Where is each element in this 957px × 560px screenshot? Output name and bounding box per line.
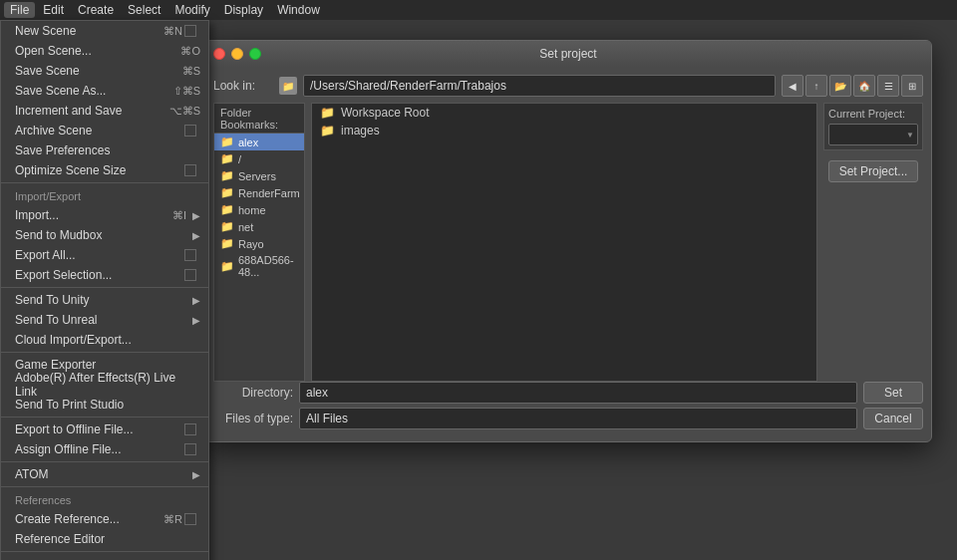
- toolbar-btn-up[interactable]: ↑: [805, 75, 827, 97]
- menu-export-selection[interactable]: Export Selection...: [1, 265, 208, 285]
- menu-item-shortcut: [184, 423, 200, 435]
- menu-item-shortcut: ⌘O: [180, 45, 200, 58]
- toolbar-btn-new-folder[interactable]: 📂: [829, 75, 851, 97]
- bookmark-label: /: [238, 153, 241, 165]
- menu-item-label: Send To Unreal: [15, 313, 98, 327]
- menubar-display[interactable]: Display: [218, 2, 269, 18]
- toolbar-btn-back[interactable]: ◀: [782, 75, 803, 97]
- section-view: View: [1, 554, 208, 560]
- menu-optimize[interactable]: Optimize Scene Size: [1, 160, 208, 180]
- toolbar-btn-home[interactable]: 🏠: [853, 75, 875, 97]
- menubar-select[interactable]: Select: [122, 2, 166, 18]
- menu-item-label: Export All...: [15, 248, 76, 262]
- folder-icon-sm: 📁: [220, 152, 234, 165]
- menu-export-all[interactable]: Export All...: [1, 245, 208, 265]
- menu-item-label: Send to Mudbox: [15, 228, 102, 242]
- menu-send-unity[interactable]: Send To Unity ▶: [1, 290, 208, 310]
- bookmark-root[interactable]: 📁 /: [214, 150, 304, 167]
- file-label: Workspace Root: [341, 106, 429, 120]
- directory-label: Directory:: [213, 386, 293, 400]
- directory-input[interactable]: [299, 382, 857, 404]
- set-project-panel-btn[interactable]: Set Project...: [828, 160, 919, 182]
- menu-export-offline[interactable]: Export to Offline File...: [1, 420, 208, 439]
- bookmarks-column: Folder Bookmarks: 📁 alex 📁 / 📁 Servers 📁…: [213, 103, 305, 382]
- menu-send-unreal[interactable]: Send To Unreal ▶: [1, 310, 208, 330]
- menu-item-label: Send To Unity: [15, 293, 90, 307]
- submenu-arrow: ▶: [192, 469, 200, 480]
- menu-item-shortcut: ⌘I ▶: [172, 209, 200, 222]
- menu-after-effects[interactable]: Adobe(R) After Effects(R) Live Link: [1, 375, 208, 395]
- menu-open-scene[interactable]: Open Scene... ⌘O: [1, 41, 208, 61]
- menu-item-label: Reference Editor: [15, 532, 105, 546]
- bookmark-688[interactable]: 📁 688AD566-48...: [214, 252, 304, 280]
- menu-item-checkbox: [184, 125, 196, 137]
- menu-import[interactable]: Import... ⌘I ▶: [1, 205, 208, 225]
- separator: [1, 182, 208, 183]
- set-button[interactable]: Set: [863, 382, 923, 404]
- menubar-create[interactable]: Create: [72, 2, 120, 18]
- file-workspace-root[interactable]: 📁 Workspace Root: [312, 104, 816, 122]
- current-project-label: Current Project:: [828, 108, 918, 120]
- bookmark-label: Servers: [238, 170, 276, 182]
- menu-item-label: Export to Offline File...: [15, 422, 134, 436]
- file-images[interactable]: 📁 images: [312, 122, 816, 140]
- menu-archive-scene[interactable]: Archive Scene: [1, 121, 208, 140]
- bookmark-label: Rayo: [238, 238, 264, 250]
- close-button[interactable]: [213, 48, 225, 60]
- files-type-select[interactable]: All Files: [299, 408, 857, 429]
- folder-icon-sm: 📁: [220, 237, 234, 250]
- files-type-row: Files of type: All Files Cancel: [213, 408, 923, 429]
- menubar-file[interactable]: File: [4, 2, 35, 18]
- bookmark-label: home: [238, 204, 266, 216]
- menu-item-label: Archive Scene: [15, 124, 92, 138]
- menu-item-shortcut: ⌘R: [163, 513, 200, 526]
- folder-icon-sm: 📁: [320, 124, 335, 138]
- bookmark-rayo[interactable]: 📁 Rayo: [214, 235, 304, 252]
- menubar-modify[interactable]: Modify: [168, 2, 215, 18]
- menu-reference-editor[interactable]: Reference Editor: [1, 529, 208, 549]
- menu-new-scene[interactable]: New Scene ⌘N: [1, 21, 208, 41]
- menubar-edit[interactable]: Edit: [37, 2, 70, 18]
- toolbar-btn-list[interactable]: ☰: [877, 75, 899, 97]
- current-project-dropdown[interactable]: [828, 124, 918, 145]
- look-in-path-input[interactable]: [303, 75, 776, 97]
- section-references: References: [1, 489, 208, 509]
- menu-item-label: Create Reference...: [15, 512, 120, 526]
- dialog-title: Set project: [539, 47, 596, 61]
- folder-icon-sm: 📁: [220, 203, 234, 216]
- submenu-arrow: ▶: [192, 210, 200, 221]
- bookmark-alex[interactable]: 📁 alex: [214, 134, 304, 150]
- menu-save-scene-as[interactable]: Save Scene As... ⇧⌘S: [1, 81, 208, 101]
- toolbar-btn-details[interactable]: ⊞: [901, 75, 923, 97]
- menu-increment-save[interactable]: Increment and Save ⌥⌘S: [1, 101, 208, 121]
- menu-item-shortcut: [184, 164, 200, 176]
- look-in-row: Look in: 📁 ◀ ↑ 📂 🏠 ☰ ⊞: [213, 75, 923, 97]
- menu-atom[interactable]: ATOM ▶: [1, 464, 208, 484]
- menu-save-scene[interactable]: Save Scene ⌘S: [1, 61, 208, 81]
- bookmark-servers[interactable]: 📁 Servers: [214, 167, 304, 184]
- menu-cloud-import-export[interactable]: Cloud Import/Export...: [1, 330, 208, 350]
- cancel-button[interactable]: Cancel: [863, 408, 923, 429]
- current-project-box: Current Project:: [823, 103, 923, 150]
- file-menu: New Scene ⌘N Open Scene... ⌘O Save Scene…: [0, 20, 209, 560]
- maximize-button[interactable]: [249, 48, 261, 60]
- bookmark-home[interactable]: 📁 home: [214, 201, 304, 218]
- toolbar-buttons: ◀ ↑ 📂 🏠 ☰ ⊞: [782, 75, 923, 97]
- menu-assign-offline[interactable]: Assign Offline File...: [1, 439, 208, 459]
- separator: [1, 287, 208, 288]
- menubar-window[interactable]: Window: [271, 2, 326, 18]
- menu-item-checkbox: [184, 164, 196, 176]
- menu-send-mudbox[interactable]: Send to Mudbox ▶: [1, 225, 208, 245]
- bookmark-renderfarm[interactable]: 📁 RenderFarm: [214, 184, 304, 201]
- bookmarks-header: Folder Bookmarks:: [214, 104, 304, 134]
- menu-item-label: Open Scene...: [15, 44, 92, 58]
- minimize-button[interactable]: [231, 48, 243, 60]
- menu-save-prefs[interactable]: Save Preferences: [1, 140, 208, 160]
- menu-create-reference[interactable]: Create Reference... ⌘R: [1, 509, 208, 529]
- menu-item-shortcut: [184, 249, 200, 261]
- bookmark-net[interactable]: 📁 net: [214, 218, 304, 235]
- menu-item-shortcut: ▶: [188, 469, 200, 480]
- menu-item-shortcut: ⌘N: [163, 25, 200, 38]
- menu-item-label: Game Exporter: [15, 358, 96, 372]
- menu-item-label: Adobe(R) After Effects(R) Live Link: [15, 371, 200, 399]
